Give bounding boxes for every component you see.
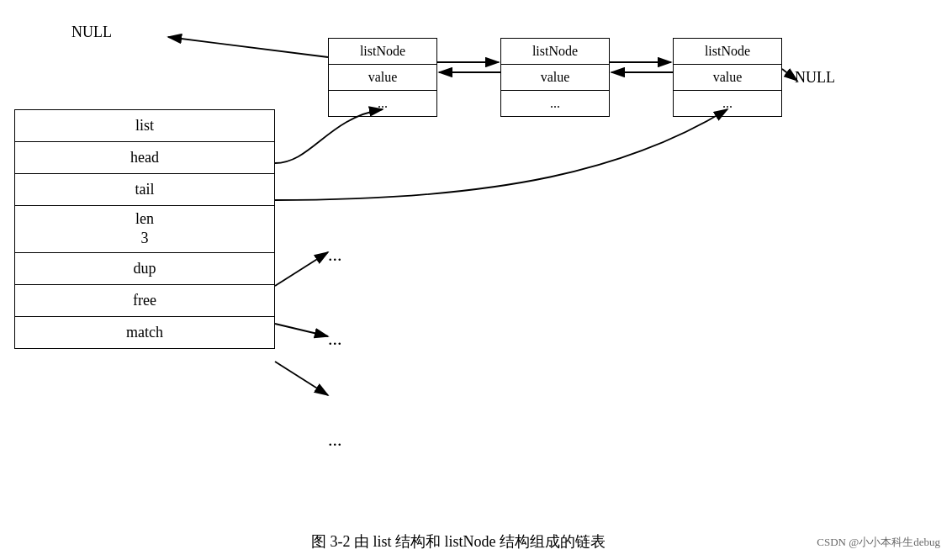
list-row-tail: tail (15, 174, 274, 206)
listnode-1: listNode value ... (328, 38, 437, 117)
svg-line-10 (275, 362, 328, 395)
listnode-3-value: value (674, 65, 781, 91)
credit: CSDN @小小本科生debug (817, 535, 940, 550)
listnode-3-dots: ... (674, 91, 781, 116)
list-row-dup: dup (15, 253, 274, 285)
list-row-match: match (15, 317, 274, 348)
list-row-list: list (15, 110, 274, 142)
list-row-len: len3 (15, 206, 274, 253)
listnode-2-dots: ... (501, 91, 609, 116)
listnode-1-dots: ... (329, 91, 436, 116)
diagram-container: list head tail len3 dup free match listN… (0, 0, 952, 521)
null-right: NULL (795, 69, 835, 87)
listnode-2-value: value (501, 65, 609, 91)
dots-1: ... (328, 244, 342, 266)
svg-line-9 (275, 324, 328, 336)
listnode-3-name: listNode (674, 39, 781, 65)
listnode-2-name: listNode (501, 39, 609, 65)
list-struct: list head tail len3 dup free match (14, 109, 275, 349)
svg-line-2 (168, 37, 328, 57)
listnode-3: listNode value ... (673, 38, 782, 117)
listnode-1-name: listNode (329, 39, 436, 65)
caption: 图 3-2 由 list 结构和 listNode 结构组成的链表 (0, 531, 917, 552)
listnode-2: listNode value ... (500, 38, 610, 117)
dots-2: ... (328, 328, 342, 350)
svg-line-8 (275, 252, 328, 286)
listnode-1-value: value (329, 65, 436, 91)
list-row-free: free (15, 285, 274, 317)
null-left: NULL (71, 24, 112, 41)
list-row-head: head (15, 142, 274, 174)
dots-3: ... (328, 429, 342, 451)
